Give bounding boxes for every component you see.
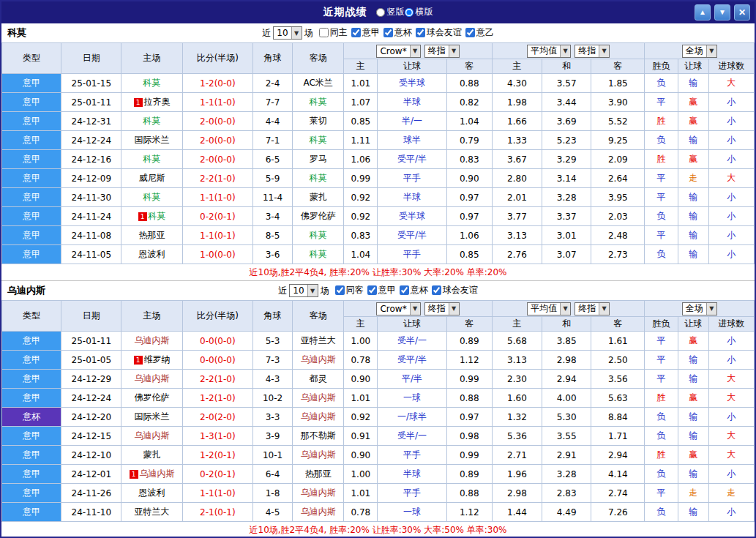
- goals-result-cell: 小: [708, 332, 754, 351]
- recent-label-suffix: 场: [304, 27, 313, 40]
- filter-option[interactable]: 同客: [335, 284, 364, 296]
- col-home: 主场: [121, 301, 182, 332]
- filter-checkbox[interactable]: [367, 285, 377, 295]
- chevron-down-icon: ▼: [706, 303, 716, 315]
- score-cell: 2-2(1-0): [182, 370, 252, 389]
- header-group-row: 类型 日期 主场 比分(半场) 角球 客场 Crow*▼ 终指▼ 平均值: [2, 301, 755, 317]
- date-cell: 24-11-30: [61, 188, 121, 207]
- close-button[interactable]: ✕: [734, 4, 750, 20]
- result-cell: 平: [645, 370, 678, 389]
- home-team-name: 蒙扎: [143, 449, 161, 460]
- fulltime-select[interactable]: 全场▼: [682, 45, 717, 58]
- col-type: 类型: [2, 301, 61, 332]
- recent-label-prefix: 近: [262, 27, 271, 40]
- result-cell: 胜: [645, 112, 678, 131]
- away-team-cell: 科莫: [293, 169, 344, 188]
- filter-checkbox[interactable]: [351, 28, 361, 37]
- layout-option-vertical[interactable]: 竖版: [376, 6, 405, 18]
- avg-draw-cell: 5.30: [542, 408, 591, 427]
- date-cell: 25-01-15: [61, 74, 121, 93]
- handicap-cell: 半球: [378, 465, 446, 484]
- goals-result-cell: 小: [708, 351, 754, 370]
- league-cell: 意甲: [2, 112, 61, 131]
- corners-cell: 6-4: [252, 465, 292, 484]
- filter-option[interactable]: 意甲: [367, 284, 396, 296]
- section-header: 科莫 近 10▼ 场 同主意甲意杯球会友谊意乙: [1, 23, 755, 42]
- fulltime-group-header: 全场▼: [645, 301, 755, 317]
- away-team-cell: 佛罗伦萨: [293, 207, 344, 226]
- recent-count-select[interactable]: 10▼: [273, 26, 302, 40]
- odds-source-select[interactable]: Crow*▼: [376, 302, 420, 315]
- avg-select[interactable]: 平均值▼: [527, 45, 571, 58]
- filter-checkbox[interactable]: [335, 285, 345, 295]
- home-team-name: 佛罗伦萨: [135, 392, 170, 403]
- layout-option-horizontal[interactable]: 横版: [405, 6, 433, 18]
- league-cell: 意甲: [2, 169, 61, 188]
- home-team-name: 科莫: [149, 211, 166, 221]
- away-odds-cell: 0.89: [446, 332, 492, 351]
- scroll-up-button[interactable]: ▲: [695, 4, 711, 20]
- filter-option[interactable]: 同主: [319, 26, 348, 39]
- score-cell: 2-0(0-0): [182, 131, 252, 150]
- avg-draw-cell: 2.94: [542, 370, 591, 389]
- avg-draw-cell: 3.01: [542, 226, 591, 245]
- result-cell: 负: [645, 207, 678, 226]
- chevron-down-icon: ▼: [560, 303, 570, 315]
- avg-home-cell: 2.80: [492, 169, 542, 188]
- fulltime-select[interactable]: 全场▼: [682, 302, 717, 315]
- filter-checkbox[interactable]: [319, 28, 329, 37]
- avg-home-cell: 3.67: [492, 150, 542, 169]
- away-odds-cell: 1.12: [446, 351, 492, 370]
- odds-stage-select[interactable]: 终指▼: [424, 45, 460, 58]
- away-team-name: 都灵: [310, 373, 327, 384]
- avg-home-cell: 5.68: [492, 332, 542, 351]
- handicap-result-cell: 输: [678, 427, 708, 446]
- home-team-cell: 1拉齐奥: [121, 93, 182, 112]
- home-team-cell: 1科莫: [121, 207, 182, 226]
- filter-option[interactable]: 意乙: [465, 26, 494, 39]
- away-team-cell: 科莫: [293, 226, 344, 245]
- col-away: 客场: [293, 43, 344, 74]
- filter-checkbox[interactable]: [400, 285, 409, 295]
- filter-option[interactable]: 意杯: [383, 26, 412, 39]
- corners-cell: 4-3: [252, 370, 292, 389]
- away-team-name: 罗马: [310, 154, 327, 164]
- filter-checkbox[interactable]: [416, 28, 425, 37]
- goals-result-cell: 小: [708, 131, 754, 150]
- league-cell: 意甲: [2, 188, 61, 207]
- filter-option[interactable]: 意甲: [351, 26, 380, 39]
- away-team-cell: 莱切: [293, 112, 344, 131]
- home-team-name: 科莫: [143, 192, 161, 202]
- avg-away-cell: 3.95: [591, 188, 645, 207]
- avg-away-cell: 3.90: [591, 93, 645, 112]
- filter-option[interactable]: 球会友谊: [416, 26, 462, 39]
- filter-option[interactable]: 球会友谊: [432, 284, 478, 296]
- home-team-cell: 蒙扎: [121, 446, 182, 465]
- filter-option[interactable]: 意杯: [400, 284, 428, 296]
- odds-source-select[interactable]: Crow*▼: [376, 45, 420, 58]
- goals-result-cell: 小: [708, 188, 754, 207]
- avg-draw-cell: 4.49: [542, 503, 591, 522]
- filter-checkbox[interactable]: [383, 28, 393, 37]
- filter-checkbox[interactable]: [432, 285, 441, 295]
- home-team-name: 恩波利: [139, 249, 165, 259]
- recent-label-prefix: 近: [278, 285, 287, 297]
- recent-count-select[interactable]: 10▼: [289, 284, 318, 297]
- date-cell: 25-01-11: [61, 93, 121, 112]
- avg-stage-select[interactable]: 终指▼: [575, 302, 610, 315]
- corners-cell: 10-1: [252, 446, 292, 465]
- handicap-result-cell: 输: [678, 503, 708, 522]
- odds-stage-select[interactable]: 终指▼: [424, 302, 460, 315]
- goals-result-cell: 大: [708, 389, 754, 408]
- layout-radio[interactable]: [376, 8, 385, 17]
- avg-select[interactable]: 平均值▼: [527, 302, 571, 315]
- avg-stage-select[interactable]: 终指▼: [575, 45, 610, 58]
- filter-checkbox[interactable]: [465, 28, 475, 37]
- scroll-down-button[interactable]: ▼: [714, 4, 730, 20]
- layout-radio[interactable]: [405, 8, 413, 17]
- home-team-name: 恩波利: [139, 487, 165, 498]
- home-odds-cell: 1.00: [344, 465, 378, 484]
- away-team-name: 热那亚: [305, 468, 332, 479]
- score-cell: 1-1(0-1): [182, 226, 252, 245]
- league-cell: 意甲: [2, 93, 61, 112]
